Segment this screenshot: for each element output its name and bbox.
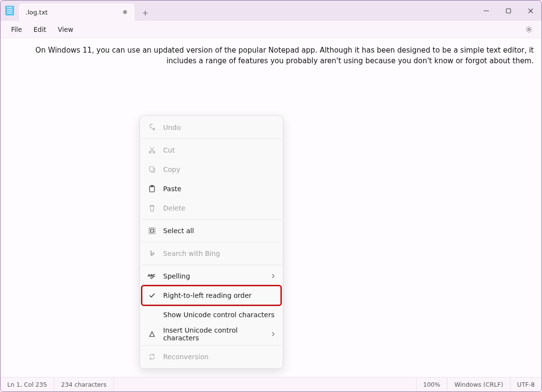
ctx-search-bing: Search with Bing (142, 244, 281, 263)
separator (142, 139, 281, 139)
tab-title: .log.txt (26, 9, 119, 16)
ctx-show-unicode[interactable]: Show Unicode control characters (142, 305, 281, 324)
close-button[interactable] (519, 0, 542, 21)
svg-point-3 (153, 151, 155, 153)
svg-rect-8 (151, 229, 153, 232)
cut-icon (148, 146, 156, 154)
insert-unicode-icon (148, 330, 156, 338)
unsaved-indicator-icon (123, 10, 127, 14)
ctx-label: Delete (163, 204, 275, 212)
select-all-icon (148, 226, 156, 235)
ctx-label: Select all (163, 227, 275, 235)
delete-icon (148, 204, 156, 212)
svg-point-1 (528, 28, 530, 30)
status-zoom[interactable]: 100% (417, 378, 448, 392)
svg-rect-0 (506, 9, 511, 13)
ctx-label: Spelling (163, 272, 264, 280)
menu-view[interactable]: View (52, 24, 79, 35)
maximize-button[interactable] (497, 0, 519, 21)
ctx-label: Paste (163, 185, 275, 193)
ctx-copy: Copy (142, 160, 281, 179)
titlebar: .log.txt (0, 0, 542, 21)
ctx-spelling[interactable]: ABC Spelling (142, 266, 281, 286)
check-icon (148, 291, 156, 300)
settings-button[interactable] (521, 22, 537, 37)
ctx-label: Undo (163, 124, 275, 131)
ctx-delete: Delete (142, 198, 281, 218)
window-controls (475, 0, 542, 21)
notepad-icon (5, 6, 14, 15)
blank-icon (148, 310, 156, 319)
ctx-label: Right-to-left reading order (163, 292, 275, 299)
copy-icon (148, 165, 156, 174)
svg-text:ABC: ABC (148, 274, 155, 278)
editor-text: On Windows 11, you can use an updated ve… (8, 45, 534, 66)
tab-strip: .log.txt (19, 0, 475, 21)
svg-point-2 (149, 151, 151, 153)
chevron-right-icon (271, 273, 275, 279)
ctx-insert-unicode[interactable]: Insert Unicode control characters (142, 324, 281, 344)
separator (142, 345, 281, 346)
ctx-label: Insert Unicode control characters (163, 326, 264, 342)
app-icon (0, 0, 19, 21)
chevron-right-icon (271, 331, 275, 337)
status-encoding: UTF-8 (511, 378, 542, 392)
reconversion-icon (148, 352, 156, 361)
separator (142, 265, 281, 265)
menu-edit[interactable]: Edit (28, 24, 52, 35)
bing-icon (148, 249, 156, 258)
context-menu: Undo Cut Copy Paste Delete Select all Se… (139, 115, 283, 369)
ctx-label: Show Unicode control characters (163, 311, 275, 319)
gear-icon (525, 25, 533, 34)
status-line-ending: Windows (CRLF) (447, 378, 510, 392)
ctx-reconversion: Reconversion (142, 347, 281, 366)
svg-rect-7 (149, 228, 155, 234)
separator (142, 219, 281, 220)
svg-rect-4 (150, 167, 153, 171)
status-characters: 234 characters (54, 378, 113, 392)
spelling-icon: ABC (148, 272, 156, 280)
ctx-select-all[interactable]: Select all (142, 221, 281, 240)
ctx-label: Search with Bing (163, 250, 275, 257)
tab-active[interactable]: .log.txt (19, 3, 135, 21)
menu-file[interactable]: File (5, 24, 28, 35)
separator (142, 242, 281, 242)
minimize-button[interactable] (475, 0, 497, 21)
new-tab-button[interactable] (137, 5, 154, 21)
status-position[interactable]: Ln 1, Col 235 (0, 378, 54, 392)
menubar: File Edit View (0, 21, 542, 38)
ctx-paste[interactable]: Paste (142, 179, 281, 198)
ctx-label: Cut (163, 146, 275, 154)
undo-icon (148, 123, 156, 132)
statusbar: Ln 1, Col 235 234 characters 100% Window… (0, 377, 542, 392)
ctx-cut: Cut (142, 140, 281, 160)
ctx-undo: Undo (142, 118, 281, 137)
ctx-label: Reconversion (163, 353, 275, 361)
ctx-rtl-reading-order[interactable]: Right-to-left reading order (142, 286, 281, 305)
ctx-label: Copy (163, 166, 275, 173)
paste-icon (148, 184, 156, 193)
